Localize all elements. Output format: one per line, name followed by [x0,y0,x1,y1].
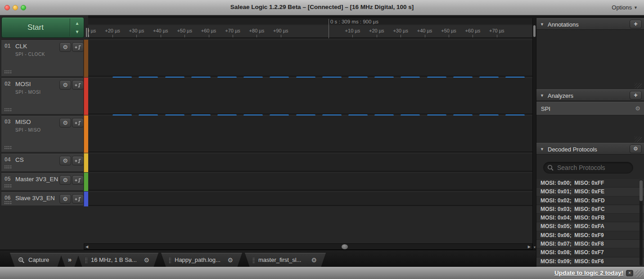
gear-icon[interactable]: ⚙ [311,253,317,267]
timeline-ruler[interactable]: +10 µs+20 µs+30 µs+40 µs+50 µs+60 µs+70 … [88,26,532,38]
scroll-left-icon[interactable]: ◀ [86,244,88,249]
start-capture-button[interactable]: Start ▲ ▼ [1,17,84,38]
time-tick-label: +60 µs [465,28,481,33]
channel-trigger-button[interactable] [72,42,84,52]
decoded-row[interactable]: MOSI: 0x05; MISO: 0xFA [536,222,644,231]
collapse-triangle-icon[interactable]: ▼ [540,93,544,98]
collapse-triangle-icon[interactable]: ▼ [540,22,544,27]
channel-drag-handle[interactable] [4,146,12,149]
channel-row-clk[interactable]: 01CLKSPI - CLOCK⚙ [1,40,84,77]
channel-name: CLK [15,43,27,50]
channel-drag-handle[interactable] [4,201,12,204]
waveform-lane[interactable] [88,40,532,77]
waveform-lane[interactable] [88,78,532,114]
decoded-row[interactable]: MOSI: 0x06; MISO: 0xF9 [536,231,644,240]
scroll-right-icon[interactable]: ▶ [528,244,531,249]
chevron-down-icon[interactable]: ▼ [70,29,84,34]
start-button-options[interactable]: ▲ ▼ [70,18,84,37]
channel-drag-handle[interactable] [4,184,12,188]
decoded-row[interactable]: MOSI: 0x07; MISO: 0xF8 [536,240,644,248]
tab-capture[interactable]: Capture [10,253,62,267]
time-tick-label: +10 µs [345,28,360,33]
channel-settings-button[interactable]: ⚙ [59,156,71,165]
tab-document-1[interactable]: 16 MHz, 1 B Sa...⚙ [77,253,158,267]
channel-row-miso[interactable]: 03MISOSPI - MISO⚙ [1,115,84,152]
tab-document-3[interactable]: master_first_sl...⚙ [245,253,326,267]
horizontal-scroll-thumb[interactable] [342,244,348,249]
timeline-absolute-bar[interactable]: 0 s : 309 ms : 900 µs [88,18,532,25]
channel-settings-button[interactable]: ⚙ [59,80,71,90]
time-tick-mark [185,35,185,37]
decoded-row[interactable]: MOSI: 0x08; MISO: 0xF7 [536,248,644,257]
time-tick-mark [161,35,161,37]
analyzers-header[interactable]: ▼ Analyzers + [536,89,644,101]
double-chevron-icon: » [60,253,79,266]
channel-settings-button[interactable]: ⚙ [59,194,71,204]
decoded-row[interactable]: MOSI: 0x00; MISO: 0xFF [536,179,644,188]
close-icon[interactable]: × [626,270,633,276]
tab-drag-handle[interactable] [85,257,87,263]
channel-name: CS [15,156,24,163]
channel-analyzer-label: SPI - MISO [15,128,41,133]
panel-resize-grip[interactable] [635,137,642,142]
channel-drag-handle[interactable] [4,108,12,111]
channel-trigger-button[interactable] [72,156,84,165]
time-tick-mark [449,35,449,37]
gear-icon[interactable]: ⚙ [635,105,640,112]
channel-settings-button[interactable]: ⚙ [59,175,71,185]
channel-settings-button[interactable]: ⚙ [59,118,71,128]
decoded-row[interactable]: MOSI: 0x01; MISO: 0xFE [536,188,644,196]
time-tick-label: +30 µs [129,28,144,33]
panel-resize-grip[interactable] [635,83,642,88]
window-resize-grip[interactable] [635,270,643,277]
tab-overflow-button[interactable]: » [60,253,79,267]
waveform-lane[interactable] [88,115,532,152]
channel-row-cs[interactable]: 04CS⚙ [1,153,84,172]
update-logic2-link[interactable]: Update to logic 2 today! [554,270,623,276]
options-menu[interactable]: Options▼ [612,4,638,11]
decoded-row[interactable]: MOSI: 0x03; MISO: 0xFC [536,205,644,214]
channel-drag-handle[interactable] [4,165,12,169]
add-analyzer-button[interactable]: + [630,91,642,100]
decoded-protocols-header[interactable]: ▼ Decoded Protocols ⚙ [536,143,644,155]
channel-trigger-button[interactable] [72,80,84,90]
channel-settings-button[interactable]: ⚙ [59,42,71,52]
time-tick-mark [257,35,257,37]
timeline-left-grip[interactable] [86,28,89,37]
channel-drag-handle[interactable] [4,70,12,73]
decoded-settings-button[interactable]: ⚙ [630,145,642,153]
waveform-lane[interactable] [88,192,532,206]
decoded-list-scroll-thumb[interactable] [639,180,643,201]
decoded-row[interactable]: MOSI: 0x09; MISO: 0xF6 [536,257,644,266]
tab-drag-handle[interactable] [169,257,171,263]
capture-zoom-icon [18,257,25,264]
waveform-lane[interactable] [88,153,532,172]
channel-row-mosi[interactable]: 02MOSISPI - MOSI⚙ [1,78,84,114]
tab-drag-handle[interactable] [252,257,255,263]
channel-row-slave-3v3-en[interactable]: 06Slave 3V3_EN⚙ [1,192,84,206]
gear-icon[interactable]: ⚙ [144,253,149,267]
gear-icon[interactable]: ⚙ [227,253,233,267]
decoded-row[interactable]: MOSI: 0x02; MISO: 0xFD [536,197,644,205]
vertical-scroll-thumb[interactable] [533,25,536,37]
channel-color-stripe [84,115,88,153]
horizontal-scrollbar[interactable]: ◀ ▶ [84,243,532,250]
search-protocols-input[interactable] [543,162,633,174]
analyzer-item-spi[interactable]: SPI ⚙ [536,102,644,115]
channel-name: Master 3V3_EN [15,176,58,183]
tab-document-2[interactable]: Happy_path.log...⚙ [161,253,242,267]
time-tick-label: +60 µs [201,28,216,33]
channel-trigger-button[interactable] [72,118,84,128]
waveform-lane[interactable] [88,173,532,191]
decoded-row[interactable]: MOSI: 0x04; MISO: 0xFB [536,214,644,222]
annotations-header[interactable]: ▼ Annotations + [536,18,644,30]
search-protocols-field [543,162,633,174]
vertical-scrollbar[interactable]: ▼ [532,18,536,250]
add-annotation-button[interactable]: + [630,20,642,28]
channel-trigger-button[interactable] [72,175,84,185]
channel-trigger-button[interactable] [72,194,84,204]
channel-row-master-3v3-en[interactable]: 05Master 3V3_EN⚙ [1,173,84,191]
tab-capture-label: Capture [28,253,49,267]
chevron-up-icon[interactable]: ▲ [70,21,84,26]
collapse-triangle-icon[interactable]: ▼ [540,147,544,151]
